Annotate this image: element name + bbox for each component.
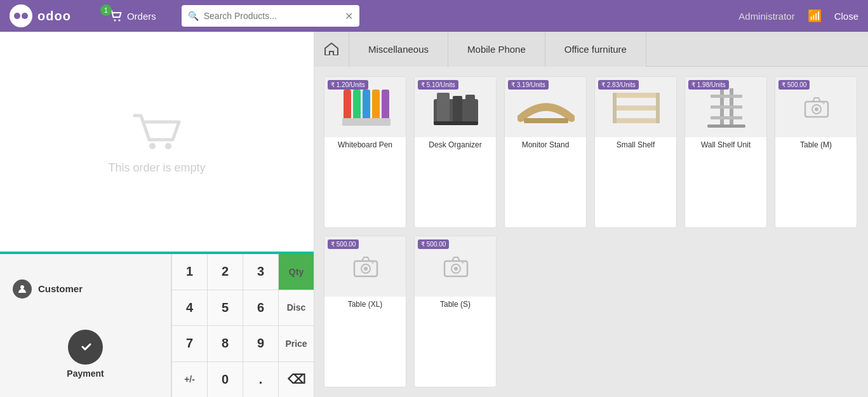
- svg-point-5: [149, 143, 156, 149]
- cam-placeholder-table-xl: +: [353, 256, 378, 278]
- key-disc[interactable]: Disc: [279, 290, 314, 326]
- key-plusminus[interactable]: +/-: [172, 362, 207, 398]
- product-card-whiteboard-pen[interactable]: ₹ 1.20/Units Whiteboard Pen: [324, 76, 406, 228]
- svg-point-6: [165, 143, 171, 149]
- svg-rect-18: [434, 121, 478, 125]
- svg-rect-23: [613, 93, 617, 123]
- svg-rect-21: [613, 105, 660, 111]
- key-1[interactable]: 1: [172, 254, 207, 290]
- key-4[interactable]: 4: [172, 290, 207, 326]
- tab-office-furniture[interactable]: Office furniture: [545, 32, 646, 67]
- payment-label: Payment: [67, 368, 103, 379]
- svg-point-1: [14, 13, 20, 19]
- svg-rect-24: [656, 93, 660, 123]
- svg-rect-22: [613, 118, 660, 123]
- svg-point-4: [118, 20, 120, 22]
- product-card-wall-shelf-unit[interactable]: ₹ 1.98/Units Wall Shelf Unit: [684, 76, 767, 228]
- customer-button[interactable]: Customer: [6, 273, 164, 305]
- tab-miscellaneous[interactable]: Miscellaneous: [349, 32, 448, 67]
- tab-mobile-phone[interactable]: Mobile Phone: [448, 32, 545, 67]
- svg-point-41: [454, 267, 458, 271]
- product-card-small-shelf[interactable]: ₹ 2.83/Units Small Shelf: [594, 76, 677, 228]
- svg-rect-19: [524, 118, 568, 123]
- category-bar: Miscellaneous Mobile Phone Office furnit…: [314, 32, 868, 67]
- key-8[interactable]: 8: [208, 326, 243, 361]
- product-card-desk-organizer[interactable]: ₹ 5.10/Units Desk Organizer: [414, 76, 497, 228]
- price-badge-wall-shelf-unit: ₹ 1.98/Units: [688, 80, 729, 90]
- orders-label: Orders: [127, 11, 156, 22]
- customer-section: Customer Payment: [0, 254, 171, 397]
- cam-placeholder-table-s: +: [443, 256, 469, 278]
- key-0[interactable]: 0: [208, 362, 243, 398]
- close-button[interactable]: Close: [834, 11, 858, 22]
- svg-point-33: [815, 107, 818, 111]
- price-badge-table-s: ₹ 500.00: [418, 239, 449, 249]
- svg-point-37: [364, 267, 368, 271]
- header-right: Administrator 📶 Close: [738, 9, 858, 23]
- main-layout: This order is empty Customer: [0, 32, 868, 397]
- svg-text:+: +: [461, 259, 465, 266]
- svg-text:+: +: [822, 100, 825, 107]
- payment-button[interactable]: Payment: [67, 330, 103, 379]
- wifi-icon: 📶: [808, 9, 822, 23]
- cart-icon: [131, 109, 182, 154]
- key-qty[interactable]: Qty: [279, 254, 314, 290]
- product-name-whiteboard-pen: Whiteboard Pen: [324, 137, 406, 152]
- orders-button[interactable]: 1 Orders: [103, 10, 156, 22]
- svg-rect-15: [437, 93, 450, 124]
- search-bar: 🔍 ✕: [182, 5, 359, 27]
- payment-circle: [68, 330, 103, 365]
- search-clear-icon[interactable]: ✕: [345, 10, 353, 22]
- odoo-logo: odoo: [10, 4, 71, 27]
- key-dot[interactable]: .: [243, 362, 278, 398]
- svg-rect-20: [613, 93, 660, 98]
- header: odoo 1 Orders 🔍 ✕ Administrator 📶 Close: [0, 0, 868, 32]
- empty-order-text: This order is empty: [108, 161, 205, 175]
- price-badge-table-m: ₹ 500.00: [778, 80, 810, 90]
- product-card-monitor-stand[interactable]: ₹ 3.19/Units Monitor Stand: [504, 76, 587, 228]
- price-badge-desk-organizer: ₹ 5.10/Units: [418, 80, 458, 90]
- logo-text: odoo: [37, 9, 71, 24]
- person-icon: [13, 279, 32, 299]
- key-backspace[interactable]: ⌫: [279, 362, 314, 398]
- key-9[interactable]: 9: [243, 326, 278, 361]
- key-5[interactable]: 5: [208, 290, 243, 326]
- svg-rect-28: [711, 105, 742, 109]
- svg-rect-16: [453, 96, 462, 124]
- price-badge-whiteboard-pen: ₹ 1.20/Units: [328, 80, 368, 90]
- search-input[interactable]: [204, 11, 340, 21]
- product-card-table-xl[interactable]: ₹ 500.00 + Table (XL): [324, 236, 406, 387]
- price-badge-monitor-stand: ₹ 3.19/Units: [508, 80, 549, 90]
- product-name-table-xl: Table (XL): [324, 297, 406, 312]
- product-grid: ₹ 1.20/Units Whiteboard Pen ₹ 5.1: [314, 67, 868, 397]
- price-badge-table-xl: ₹ 500.00: [328, 239, 359, 249]
- key-price[interactable]: Price: [279, 326, 314, 361]
- cam-placeholder-table-m: +: [804, 97, 829, 118]
- key-7[interactable]: 7: [172, 326, 207, 361]
- customer-label: Customer: [38, 283, 83, 294]
- product-card-table-m[interactable]: ₹ 500.00 + Table (M): [775, 76, 857, 228]
- svg-rect-29: [711, 116, 742, 119]
- admin-name: Administrator: [738, 11, 794, 22]
- product-name-wall-shelf-unit: Wall Shelf Unit: [685, 137, 766, 152]
- svg-point-2: [22, 13, 28, 19]
- key-6[interactable]: 6: [243, 290, 278, 326]
- svg-point-0: [10, 4, 32, 27]
- home-tab[interactable]: [314, 32, 349, 67]
- product-name-table-s: Table (S): [415, 297, 496, 312]
- order-area: This order is empty: [0, 32, 314, 252]
- svg-rect-17: [465, 95, 475, 124]
- svg-rect-27: [711, 95, 742, 98]
- right-panel: Miscellaneous Mobile Phone Office furnit…: [314, 32, 868, 397]
- price-badge-small-shelf: ₹ 2.83/Units: [598, 80, 639, 90]
- product-card-table-s[interactable]: ₹ 500.00 + Table (S): [414, 236, 497, 387]
- product-name-desk-organizer: Desk Organizer: [415, 137, 496, 152]
- left-panel: This order is empty Customer: [0, 32, 314, 397]
- svg-rect-13: [342, 118, 391, 126]
- orders-badge: 1: [100, 4, 112, 16]
- numpad-area: Customer Payment 1 2 3 Qty: [0, 254, 314, 397]
- svg-rect-30: [707, 124, 745, 128]
- svg-point-7: [20, 285, 24, 289]
- key-3[interactable]: 3: [243, 254, 278, 290]
- key-2[interactable]: 2: [208, 254, 243, 290]
